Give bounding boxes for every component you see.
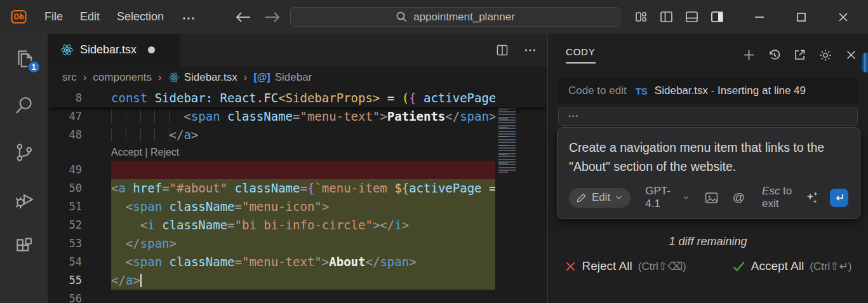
code-line-56[interactable]: 56 xyxy=(48,290,547,303)
code-line-48[interactable]: 48 </a> xyxy=(48,126,547,144)
code-line-8[interactable]: 8const Sidebar: React.FC<SidebarProps> =… xyxy=(48,89,547,107)
code-area: 8const Sidebar: React.FC<SidebarProps> =… xyxy=(48,89,547,303)
explorer-badge: 1 xyxy=(27,60,41,74)
code-line-47[interactable]: 47 <span className="menu-text">Patients<… xyxy=(48,107,547,126)
accept-all-button[interactable]: Accept All (Ctrl⇧↵) xyxy=(732,259,852,273)
text-cursor xyxy=(140,274,142,287)
line-number: 54 xyxy=(48,253,111,271)
code-text: <i className="bi bi-info-circle"></i> xyxy=(111,216,495,234)
run-debug-icon[interactable] xyxy=(13,189,35,210)
line-number: 51 xyxy=(48,198,111,216)
minimize-button[interactable] xyxy=(752,10,766,24)
toggle-secondary-sidebar-icon[interactable] xyxy=(710,10,724,24)
codelens-accept-reject[interactable]: Accept | Reject xyxy=(48,144,547,161)
diff-actions-row: Reject All (Ctrl⇧⌫) Accept All (Ctrl⇧↵) xyxy=(548,259,868,273)
line-number: 56 xyxy=(48,290,111,303)
tab-strip: Sidebar.tsx xyxy=(48,34,547,66)
code-text: </a> xyxy=(111,271,495,290)
code-line-54[interactable]: 54 <span className="menu-text">About</sp… xyxy=(48,253,547,271)
react-file-icon xyxy=(168,72,180,83)
typescript-file-icon: TS xyxy=(636,86,648,97)
breadcrumb-src[interactable]: src xyxy=(62,71,77,84)
menu-selection[interactable]: Selection xyxy=(117,10,164,24)
mention-context-icon[interactable]: @ xyxy=(733,191,745,205)
command-center-search[interactable]: appointment_planner xyxy=(290,7,620,27)
sparkles-icon[interactable] xyxy=(805,190,820,206)
code-line-49[interactable]: 49 xyxy=(48,161,547,179)
settings-gear-icon[interactable] xyxy=(818,48,832,62)
cody-panel-header: CODY xyxy=(548,34,868,67)
toggle-primary-sidebar-icon[interactable] xyxy=(659,10,674,24)
navigate-forward-icon[interactable] xyxy=(264,10,281,24)
breadcrumb-symbol[interactable]: [@] Sidebar xyxy=(253,71,312,84)
cody-tab[interactable]: CODY xyxy=(566,46,596,64)
line-number: 52 xyxy=(48,216,111,234)
code-line-52[interactable]: 52 <i className="bi bi-info-circle"></i> xyxy=(48,216,547,234)
code-to-edit-label: Code to edit xyxy=(568,84,627,97)
chevron-down-icon xyxy=(683,195,689,200)
attach-image-icon[interactable] xyxy=(705,192,718,204)
line-number: 55 xyxy=(48,271,111,290)
breadcrumb: src › components › Sidebar.tsx › [@] Sid… xyxy=(48,66,547,89)
reject-x-icon xyxy=(564,260,577,273)
extensions-icon[interactable] xyxy=(13,236,35,257)
more-menus-icon[interactable] xyxy=(182,10,196,24)
code-text: <span className="menu-text">Patients</sp… xyxy=(111,107,495,126)
code-editor[interactable]: 8const Sidebar: React.FC<SidebarProps> =… xyxy=(48,89,547,303)
code-text: </a> xyxy=(111,126,495,144)
title-bar: File Edit Selection appointment_planner xyxy=(0,0,868,34)
breadcrumb-components[interactable]: components xyxy=(93,71,152,84)
reject-all-button[interactable]: Reject All (Ctrl⇧⌫) xyxy=(564,259,686,273)
editor-more-actions-icon[interactable] xyxy=(523,43,537,57)
search-icon xyxy=(396,11,408,23)
code-text: <span className="menu-icon"> xyxy=(111,198,495,216)
code-line-53[interactable]: 53 </span> xyxy=(48,234,547,253)
cody-panel: CODY xyxy=(547,34,868,303)
tab-sidebar-tsx[interactable]: Sidebar.tsx xyxy=(48,34,180,66)
menu-edit[interactable]: Edit xyxy=(80,10,100,24)
search-sidebar-icon[interactable] xyxy=(13,95,35,116)
code-line-50[interactable]: 50<a href="#about" className={`menu-item… xyxy=(48,179,547,198)
edit-mode-dropdown[interactable]: Edit xyxy=(569,188,631,208)
explorer-icon[interactable]: 1 xyxy=(13,48,35,69)
breadcrumb-separator: › xyxy=(158,71,162,84)
code-to-edit-card: Code to edit TS Sidebar.tsx - Inserting … xyxy=(558,77,858,104)
prompt-text[interactable]: Create a navigation menu item that links… xyxy=(569,138,848,176)
breadcrumb-separator: › xyxy=(83,71,87,84)
maximize-button[interactable] xyxy=(794,10,808,24)
split-editor-icon[interactable] xyxy=(495,43,509,57)
close-window-button[interactable] xyxy=(836,10,850,24)
vscode-window: File Edit Selection appointment_planner xyxy=(0,0,868,303)
code-text: <a href="#about" className={`menu-item $… xyxy=(111,179,495,198)
line-number: 48 xyxy=(48,126,111,144)
prompt-toolbar: Edit GPT-4.1 @ Esc to exit xyxy=(569,185,848,210)
new-chat-icon[interactable] xyxy=(742,48,756,62)
breadcrumb-file[interactable]: Sidebar.tsx xyxy=(168,71,237,84)
code-text: </span> xyxy=(111,234,495,253)
panel-scroll-indicator[interactable] xyxy=(862,53,868,72)
activity-bar: 1 xyxy=(0,34,48,303)
code-line-51[interactable]: 51 <span className="menu-icon"> xyxy=(48,198,547,216)
customize-layout-icon[interactable] xyxy=(634,10,648,24)
line-number: 50 xyxy=(48,179,111,198)
open-in-editor-icon[interactable] xyxy=(793,48,806,62)
tab-label: Sidebar.tsx xyxy=(80,43,137,57)
menu-file[interactable]: File xyxy=(44,10,63,24)
model-selector-dropdown[interactable]: GPT-4.1 xyxy=(645,185,689,210)
code-line-55[interactable]: 55</a> xyxy=(48,271,547,290)
code-text xyxy=(111,290,495,303)
navigate-back-icon[interactable] xyxy=(235,10,251,24)
close-panel-icon[interactable] xyxy=(845,48,858,62)
submit-prompt-button[interactable] xyxy=(830,189,848,207)
accept-check-icon xyxy=(732,260,745,273)
breadcrumb-separator: › xyxy=(244,71,248,84)
source-control-icon[interactable] xyxy=(13,142,35,163)
line-number: 49 xyxy=(48,161,111,179)
unsaved-changes-dot[interactable] xyxy=(148,46,155,53)
collapsed-code-block[interactable]: ... xyxy=(558,107,858,126)
toggle-panel-icon[interactable] xyxy=(684,10,699,24)
line-number: 8 xyxy=(48,89,111,107)
edit-status-text: Sidebar.tsx - Inserting at line 49 xyxy=(655,84,806,97)
symbol-component-icon: [@] xyxy=(253,72,270,83)
history-icon[interactable] xyxy=(768,48,781,62)
